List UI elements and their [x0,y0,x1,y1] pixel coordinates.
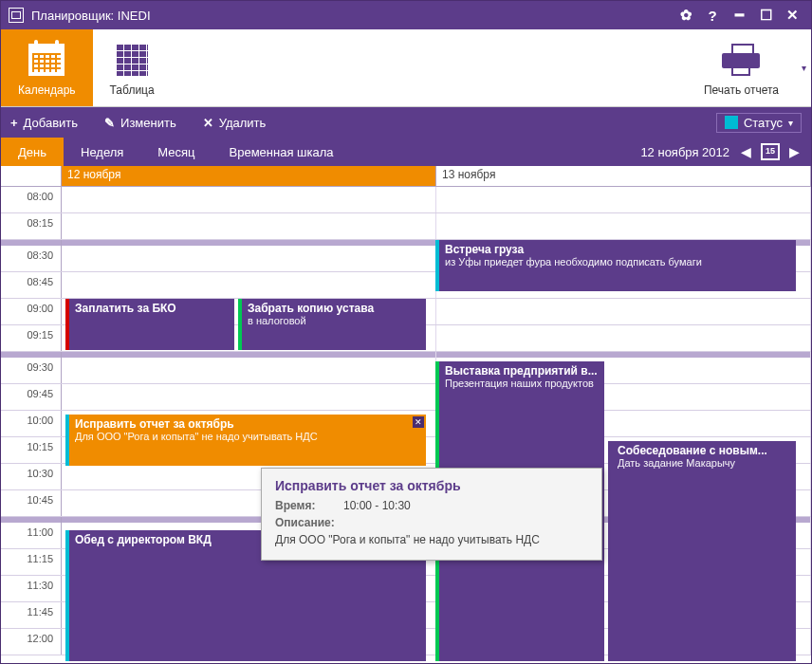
event-copy-charter[interactable]: Забрать копию устава в налоговой [238,299,426,350]
app-icon [9,8,24,23]
time-label: 08:00 [1,187,62,212]
time-label: 09:00 [1,299,62,324]
help-icon[interactable]: ? [701,4,724,27]
time-label: 12:00 [1,629,62,655]
current-date: 12 ноября 2012 [640,145,729,159]
day-header-today[interactable]: 12 ноября [62,166,436,186]
pencil-icon: ✎ [104,116,115,130]
plus-icon: + [10,116,18,130]
tooltip-time: 10:00 - 10:30 [343,499,411,512]
toolbar: +Добавить ✎Изменить ✕Удалить Статус ▾ [1,107,811,138]
viewbar: День Неделя Месяц Временная шкала 12 ноя… [1,138,811,166]
edit-button[interactable]: ✎Изменить [104,116,176,130]
time-label: 08:30 [1,246,62,271]
event-interview[interactable]: Собеседование с новым... Дать задание Ма… [608,441,796,661]
calendar-grid: 12 ноября 13 ноября 08:0008:1508:3008:45… [1,166,811,664]
event-tooltip: Исправить отчет за октябрь Время:10:00 -… [261,468,602,561]
tooltip-desc: Для ООО "Рога и копыта" не надо учитыват… [275,533,588,546]
event-pay-bko[interactable]: Заплатить за БКО [65,299,234,350]
status-dropdown[interactable]: Статус ▾ [716,113,802,133]
ribbon-table-label: Таблица [110,83,155,97]
time-label: 10:45 [1,490,62,516]
time-label: 11:00 [1,523,62,548]
add-button[interactable]: +Добавить [10,116,78,130]
x-icon: ✕ [203,116,213,130]
prev-arrow-icon[interactable]: ◀ [735,144,757,159]
event-cargo[interactable]: Встреча груза из Уфы приедет фура необхо… [435,240,796,291]
time-label: 11:30 [1,576,62,601]
window-title: Планировщик: INEDI [31,9,151,23]
time-label: 10:30 [1,464,62,489]
ribbon-print-label: Печать отчета [704,83,779,97]
date-navigator: 12 ноября 2012 ◀ ▶ [629,138,811,166]
ribbon-table[interactable]: Таблица [93,29,172,106]
titlebar: Планировщик: INEDI ✿ ? ━ ☐ ✕ [1,1,811,29]
settings-icon[interactable]: ✿ [674,4,697,27]
time-label: 09:30 [1,358,62,383]
print-icon [722,44,760,76]
minimize-icon[interactable]: ━ [728,4,750,27]
maximize-icon[interactable]: ☐ [754,4,777,27]
event-fix-report[interactable]: Исправить отчет за октябрь Для ООО "Рога… [65,415,426,466]
calendar-icon [28,44,65,76]
time-label: 10:15 [1,437,62,463]
ribbon: Календарь Таблица Печать отчета ▾ [1,29,811,107]
time-label: 09:15 [1,325,62,351]
close-icon[interactable]: ✕ [781,4,803,27]
time-label: 11:45 [1,602,62,628]
ribbon-calendar[interactable]: Календарь [1,29,93,106]
ribbon-dropdown[interactable]: ▾ [796,29,811,106]
tab-week[interactable]: Неделя [64,138,140,166]
delete-button[interactable]: ✕Удалить [203,116,267,130]
tab-timeline[interactable]: Временная шкала [212,138,351,166]
time-label: 10:00 [1,411,62,436]
time-label: 11:15 [1,549,62,575]
next-arrow-icon[interactable]: ▶ [784,144,805,159]
event-close-icon[interactable]: ✕ [413,416,424,428]
time-label: 09:45 [1,384,62,410]
table-icon [116,44,148,76]
ribbon-print[interactable]: Печать отчета [687,29,796,106]
time-label: 08:45 [1,272,62,298]
tooltip-title: Исправить отчет за октябрь [275,478,588,493]
chevron-down-icon: ▾ [788,118,793,128]
ribbon-calendar-label: Календарь [18,83,76,97]
time-label: 08:15 [1,213,62,239]
tab-month[interactable]: Месяц [140,138,212,166]
status-swatch [725,116,738,129]
calendar-picker-icon[interactable] [761,143,780,160]
tab-day[interactable]: День [1,138,64,166]
day-header[interactable]: 13 ноября [436,166,811,186]
